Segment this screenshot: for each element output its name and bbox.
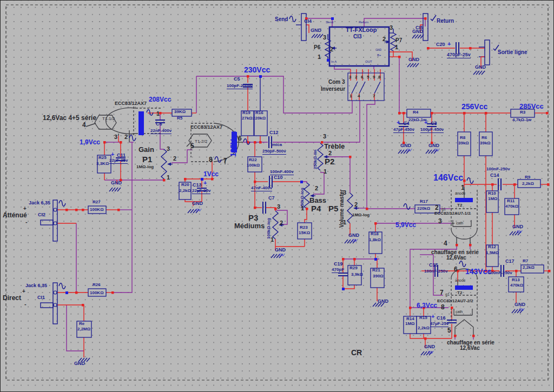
ground-symbol[interactable] [426,150,437,154]
ground-symbol[interactable] [78,358,90,362]
resistor-R10[interactable] [486,191,498,212]
ground-symbol[interactable] [398,150,410,154]
potentiometer-P4-wiper-arrow[interactable] [310,194,314,197]
switch-com3-inverseur[interactable] [348,73,384,101]
resistor-R5[interactable] [172,109,192,116]
junction-node [159,112,162,115]
resistor-R19[interactable] [241,111,254,136]
tube-anode-bar[interactable] [455,198,473,202]
junction-node [201,178,203,181]
tube-T2-2-heater[interactable] [455,320,473,335]
tube-T1-1-heater-hex[interactable] [95,115,116,129]
resistor-R21[interactable] [371,268,384,288]
ground-symbol[interactable] [510,231,521,235]
potentiometer-P4[interactable] [304,183,309,209]
capacitor-C6[interactable] [155,120,165,123]
resistor-R6[interactable] [479,132,492,156]
resistor-R14[interactable] [404,316,417,334]
ground-symbol[interactable] [188,209,199,213]
resistor-R20[interactable] [179,182,191,200]
ground-symbol[interactable] [109,188,121,191]
jack-ci2[interactable] [53,200,57,241]
tube-T2-2-dome[interactable] [451,269,477,277]
resistor-R12[interactable] [486,245,498,267]
schematic-sheet[interactable]: SendCI4GNDSendReturnTT-FXLoopCI33P621In … [0,0,554,392]
capacitor-C7[interactable] [263,202,266,214]
potentiometer-P6-wiper-arrow[interactable] [331,46,335,50]
capacitor-C17[interactable] [501,265,504,277]
tube-anode-bar[interactable] [455,285,473,290]
ground-symbol[interactable] [312,34,323,38]
jack-contact[interactable] [54,208,57,211]
capacitor-C20[interactable] [456,42,459,54]
resistor-R4[interactable] [407,109,431,117]
resistor-R13[interactable] [509,277,524,292]
tube-T2-1-bell[interactable] [451,230,477,239]
jack-contact[interactable] [54,291,57,294]
capacitor-C15[interactable] [435,265,438,277]
resistor-R17[interactable] [415,205,440,213]
potentiometer-P2-wiper-arrow[interactable] [324,155,327,158]
potentiometer-P5[interactable] [347,193,353,223]
potentiometer-P3[interactable] [273,211,278,239]
resistor-R11[interactable] [505,198,519,215]
check-icon [431,15,436,21]
tube-T1-2-heater-hex[interactable] [189,134,212,147]
resistor-R15[interactable] [417,316,431,334]
resistor-R27[interactable] [88,206,106,214]
jack-contact[interactable] [54,222,57,225]
tube-T2-2-cath[interactable] [454,309,472,315]
ground-symbol[interactable] [407,63,419,67]
junction-node [548,270,551,273]
resistor-R26[interactable] [88,289,106,296]
jack-ci2-ring[interactable] [41,220,53,225]
potentiometer-P5-wiper-arrow[interactable] [353,207,357,210]
resistor-R18[interactable] [369,232,382,254]
tube-T1-1-envelope[interactable] [106,108,136,134]
ground-symbol[interactable] [512,309,523,313]
junction-node [211,178,214,181]
capacitor-C11[interactable] [116,158,126,161]
capacitor-C13[interactable] [197,188,207,191]
potentiometer-P1-wiper-arrow[interactable] [167,163,171,166]
capacitor-C3[interactable] [427,124,437,127]
ground-symbol[interactable] [373,303,384,307]
potentiometer-P2[interactable] [318,143,323,170]
resistor-R3[interactable] [511,109,535,117]
tube-anode-bar[interactable] [232,132,237,152]
wire-segment [187,143,190,147]
ground-symbol[interactable] [271,254,282,258]
capacitor-C19[interactable] [338,273,348,276]
ground-symbol[interactable] [421,351,432,355]
resistor-R7[interactable] [521,265,544,273]
resistor-Re[interactable] [77,321,91,337]
junction-node [427,47,430,50]
potentiometer-P7[interactable] [391,33,396,51]
resistor-R8[interactable] [458,132,471,156]
capacitor-C4[interactable] [399,124,408,127]
capacitor-C5[interactable] [243,84,253,87]
junction-node [469,244,472,247]
capacitor-C16[interactable] [447,320,457,323]
junction-node [547,183,550,186]
capacitor-C14[interactable] [498,178,501,190]
jack-ci1-ring[interactable] [41,303,53,308]
capacitor-C10[interactable] [269,176,272,188]
potentiometer-P3-wiper-arrow[interactable] [279,223,282,227]
jack-contact[interactable] [54,303,57,307]
resistor-R16[interactable] [254,111,267,136]
tube-T2-1-cath[interactable] [453,220,471,227]
resistor-R9[interactable] [518,180,540,188]
potentiometer-P1[interactable] [161,149,167,179]
capacitor-C12[interactable] [269,136,272,148]
ic-tt-fxloop[interactable] [329,27,389,66]
ground-symbol[interactable] [412,35,424,38]
resistor-R25[interactable] [97,155,111,173]
tube-anode-bar[interactable] [138,111,144,135]
resistor-R29[interactable] [348,265,361,285]
ground-symbol[interactable] [345,240,356,243]
resistor-R22[interactable] [248,157,262,172]
resistor-R23[interactable] [298,223,312,239]
ground-symbol[interactable] [473,71,485,75]
jack-sortie-ligne[interactable] [485,40,490,65]
